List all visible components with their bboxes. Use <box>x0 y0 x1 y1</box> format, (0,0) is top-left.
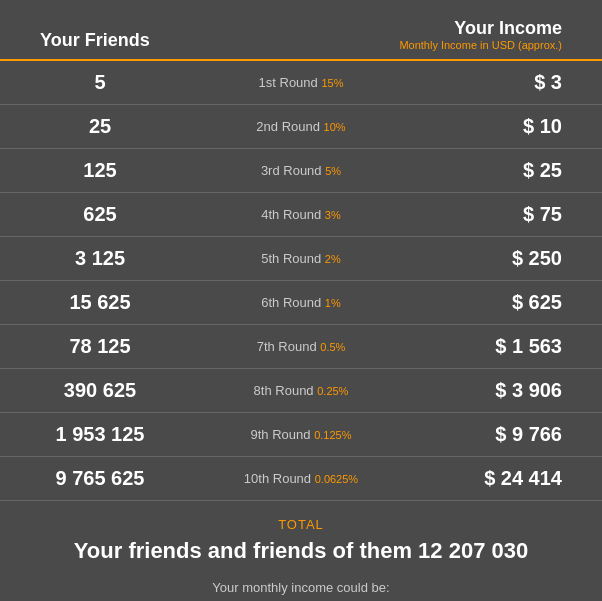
col-income: $ 3 906 <box>442 379 562 402</box>
col-income: $ 9 766 <box>442 423 562 446</box>
col-round: 1st Round 15% <box>160 75 442 90</box>
round-pct: 3% <box>325 209 341 221</box>
col-round: 9th Round 0.125% <box>160 427 442 442</box>
col-round: 5th Round 2% <box>160 251 442 266</box>
col-income: $ 75 <box>442 203 562 226</box>
round-label: 2nd Round <box>256 119 323 134</box>
round-label: 10th Round <box>244 471 315 486</box>
header-friends: Your Friends <box>40 30 150 51</box>
round-label: 7th Round <box>257 339 321 354</box>
col-round: 10th Round 0.0625% <box>160 471 442 486</box>
table-row: 1 953 125 9th Round 0.125% $ 9 766 <box>0 413 602 457</box>
col-friends: 78 125 <box>40 335 160 358</box>
col-friends: 625 <box>40 203 160 226</box>
round-pct: 2% <box>325 253 341 265</box>
round-label: 8th Round <box>254 383 318 398</box>
total-label: TOTAL <box>40 517 562 532</box>
table-row: 25 2nd Round 10% $ 10 <box>0 105 602 149</box>
round-pct: 0.25% <box>317 385 348 397</box>
header-income: Your Income Monthly Income in USD (appro… <box>399 18 562 51</box>
col-income: $ 25 <box>442 159 562 182</box>
col-friends: 5 <box>40 71 160 94</box>
round-label: 5th Round <box>261 251 325 266</box>
col-income: $ 625 <box>442 291 562 314</box>
table-row: 625 4th Round 3% $ 75 <box>0 193 602 237</box>
header-row: Your Friends Your Income Monthly Income … <box>0 0 602 61</box>
col-friends: 9 765 625 <box>40 467 160 490</box>
round-pct: 15% <box>321 77 343 89</box>
round-pct: 5% <box>325 165 341 177</box>
table-row: 3 125 5th Round 2% $ 250 <box>0 237 602 281</box>
main-container: Your Friends Your Income Monthly Income … <box>0 0 602 601</box>
col-friends: 125 <box>40 159 160 182</box>
col-round: 6th Round 1% <box>160 295 442 310</box>
round-label: 4th Round <box>261 207 325 222</box>
col-round: 7th Round 0.5% <box>160 339 442 354</box>
table-row: 78 125 7th Round 0.5% $ 1 563 <box>0 325 602 369</box>
round-label: 9th Round <box>251 427 315 442</box>
round-pct: 1% <box>325 297 341 309</box>
rows-container: 5 1st Round 15% $ 3 25 2nd Round 10% $ 1… <box>0 61 602 501</box>
col-friends: 390 625 <box>40 379 160 402</box>
header-income-bold: Income <box>499 18 562 38</box>
total-friends-count: 12 207 030 <box>418 538 528 563</box>
total-section: TOTAL Your friends and friends of them 1… <box>0 501 602 601</box>
header-friends-label: Your <box>40 30 85 50</box>
total-friends-text: Your friends and friends of them 12 207 … <box>40 538 562 564</box>
header-income-sub: Monthly Income in USD (approx.) <box>399 39 562 51</box>
col-round: 2nd Round 10% <box>160 119 442 134</box>
table-row: 5 1st Round 15% $ 3 <box>0 61 602 105</box>
col-income: $ 250 <box>442 247 562 270</box>
col-income: $ 10 <box>442 115 562 138</box>
round-pct: 0.5% <box>320 341 345 353</box>
col-friends: 25 <box>40 115 160 138</box>
table-row: 9 765 625 10th Round 0.0625% $ 24 414 <box>0 457 602 501</box>
header-income-title: Your Income <box>399 18 562 39</box>
round-pct: 10% <box>324 121 346 133</box>
col-round: 4th Round 3% <box>160 207 442 222</box>
col-friends: 1 953 125 <box>40 423 160 446</box>
round-label: 1st Round <box>259 75 322 90</box>
income-box-label: Your monthly income could be: <box>40 580 562 595</box>
header-friends-bold: Friends <box>85 30 150 50</box>
total-friends-prefix: Your friends and friends of them <box>74 538 418 563</box>
col-friends: 15 625 <box>40 291 160 314</box>
round-pct: 0.0625% <box>315 473 358 485</box>
header-income-label: Your <box>454 18 499 38</box>
col-income: $ 24 414 <box>442 467 562 490</box>
table-row: 15 625 6th Round 1% $ 625 <box>0 281 602 325</box>
table-row: 390 625 8th Round 0.25% $ 3 906 <box>0 369 602 413</box>
round-label: 3rd Round <box>261 163 325 178</box>
col-round: 3rd Round 5% <box>160 163 442 178</box>
col-income: $ 3 <box>442 71 562 94</box>
round-label: 6th Round <box>261 295 325 310</box>
round-pct: 0.125% <box>314 429 351 441</box>
col-friends: 3 125 <box>40 247 160 270</box>
table-row: 125 3rd Round 5% $ 25 <box>0 149 602 193</box>
col-round: 8th Round 0.25% <box>160 383 442 398</box>
col-income: $ 1 563 <box>442 335 562 358</box>
